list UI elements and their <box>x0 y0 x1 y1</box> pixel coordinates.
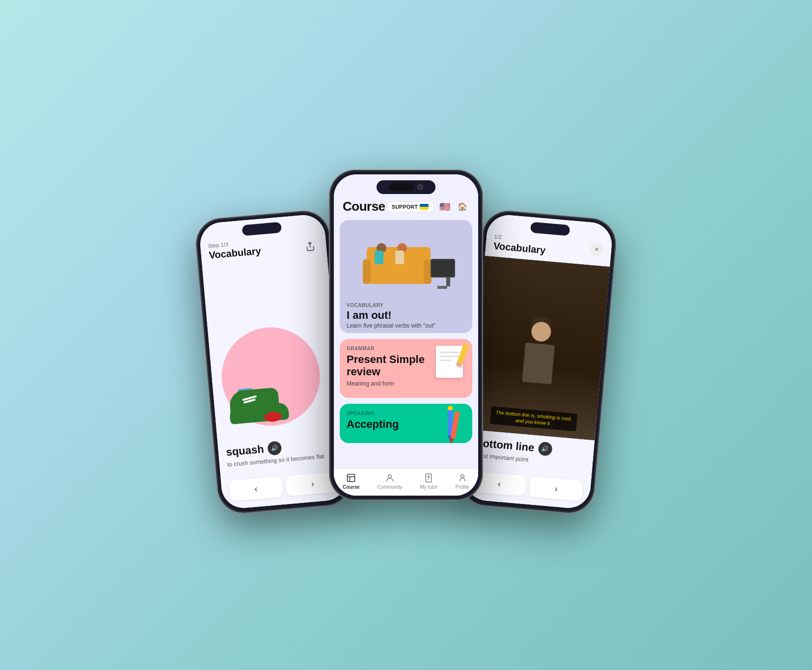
couch-scene <box>357 227 455 291</box>
couch-arm-left <box>363 259 371 284</box>
notebook-line-3 <box>440 360 451 361</box>
right-step-info: 1/2 Vocabulary <box>493 233 590 260</box>
nav-my-tutor[interactable]: My tutor <box>420 473 437 490</box>
community-icon <box>384 473 395 483</box>
notch-center <box>377 180 435 194</box>
grammar-text-block: GRAMMAR Present Simple review Meaning an… <box>347 346 425 387</box>
grammar-card[interactable]: GRAMMAR Present Simple review Meaning an… <box>340 339 472 398</box>
support-label: SUPPORT <box>392 204 418 210</box>
nav-course-label: Course <box>343 484 359 490</box>
center-content: Course SUPPORT 🇺🇸 🏠 <box>334 174 478 496</box>
grammar-type-label: GRAMMAR <box>347 346 425 351</box>
right-speaker-icon: 🔊 <box>541 445 549 452</box>
notebook-line-1 <box>440 352 459 353</box>
flag-bottom <box>420 207 429 210</box>
person1-body <box>375 251 383 264</box>
speaker-icon: 🔊 <box>271 445 278 452</box>
right-speaker-button[interactable]: 🔊 <box>538 442 552 456</box>
header-right: SUPPORT 🇺🇸 🏠 <box>386 200 469 214</box>
vocab-illustration <box>340 220 472 299</box>
notebook-illustration <box>429 343 465 380</box>
nav-profile[interactable]: Profile <box>456 473 469 490</box>
notebook-line-2 <box>440 356 459 357</box>
nav-course[interactable]: Course <box>343 473 359 490</box>
ukraine-flag-icon <box>420 204 429 210</box>
left-speaker-button[interactable]: 🔊 <box>267 441 282 455</box>
nav-community-label: Community <box>378 484 403 490</box>
friends-screenshot: The bottom line is, smoking is cool, and… <box>470 256 610 441</box>
notebook-lines <box>440 352 459 363</box>
right-phone-screen: 1/2 Vocabulary × <box>463 213 614 510</box>
home-button[interactable]: 🏠 <box>456 200 469 214</box>
vocab-card-title: I am out! <box>347 309 465 321</box>
svg-point-8 <box>460 475 464 478</box>
right-phone: 1/2 Vocabulary × <box>460 209 617 514</box>
us-flag-icon[interactable]: 🇺🇸 <box>438 200 452 214</box>
grammar-card-inner: GRAMMAR Present Simple review Meaning an… <box>347 346 465 387</box>
person2-body <box>395 251 404 264</box>
center-scroll: VOCABULARY I am out! Learn five phrasal … <box>334 220 478 468</box>
center-phone-screen: Course SUPPORT 🇺🇸 🏠 <box>334 174 478 496</box>
grammar-card-subtitle: Meaning and form <box>347 380 425 387</box>
shoe-scene <box>213 328 329 435</box>
vocab-card-text: VOCABULARY I am out! Learn five phrasal … <box>340 299 472 333</box>
profile-icon <box>457 473 468 483</box>
pencils-decoration <box>438 404 467 443</box>
vocabulary-card[interactable]: VOCABULARY I am out! Learn five phrasal … <box>340 220 472 333</box>
svg-rect-2 <box>448 406 453 410</box>
left-word-text: squash <box>226 443 265 459</box>
left-phone: Step 1/3 Vocabulary <box>194 209 352 514</box>
nav-profile-label: Profile <box>456 484 469 490</box>
tutor-icon <box>423 473 434 483</box>
phones-container: Step 1/3 Vocabulary <box>185 65 627 605</box>
course-icon <box>346 473 356 483</box>
share-icon[interactable] <box>302 238 319 254</box>
vocab-card-subtitle: Learn five phrasal verbs with "out" <box>347 322 465 329</box>
right-image-area: The bottom line is, smoking is cool, and… <box>470 256 610 441</box>
svg-point-6 <box>388 475 392 478</box>
support-badge[interactable]: SUPPORT <box>386 201 434 212</box>
svg-rect-5 <box>348 475 355 482</box>
tv-screen <box>431 259 455 278</box>
tv-leg <box>437 286 447 289</box>
grammar-card-title: Present Simple review <box>347 353 425 378</box>
person-body <box>522 342 555 384</box>
friends-person <box>522 342 555 384</box>
center-phone: Course SUPPORT 🇺🇸 🏠 <box>330 170 482 500</box>
right-word-text: bottom line <box>476 437 535 454</box>
left-phone-screen: Step 1/3 Vocabulary <box>198 213 349 510</box>
speaking-card[interactable]: SPEAKING Accepting <box>340 404 472 443</box>
vocab-type-label: VOCABULARY <box>347 303 465 308</box>
app-logo: Course <box>343 199 385 214</box>
nav-tutor-label: My tutor <box>420 484 437 490</box>
close-icon: × <box>595 245 599 253</box>
close-button[interactable]: × <box>589 242 604 256</box>
right-forward-button[interactable]: › <box>529 476 583 501</box>
bottom-nav: Course Community <box>334 468 478 496</box>
right-content: 1/2 Vocabulary × <box>463 213 614 510</box>
left-illustration <box>202 256 343 441</box>
left-back-button[interactable]: ‹ <box>229 476 283 501</box>
tv-stand <box>446 277 450 286</box>
notch-camera <box>417 184 423 190</box>
nav-community[interactable]: Community <box>378 473 403 490</box>
notch-pill <box>389 183 413 191</box>
left-content: Step 1/3 Vocabulary <box>198 213 349 510</box>
